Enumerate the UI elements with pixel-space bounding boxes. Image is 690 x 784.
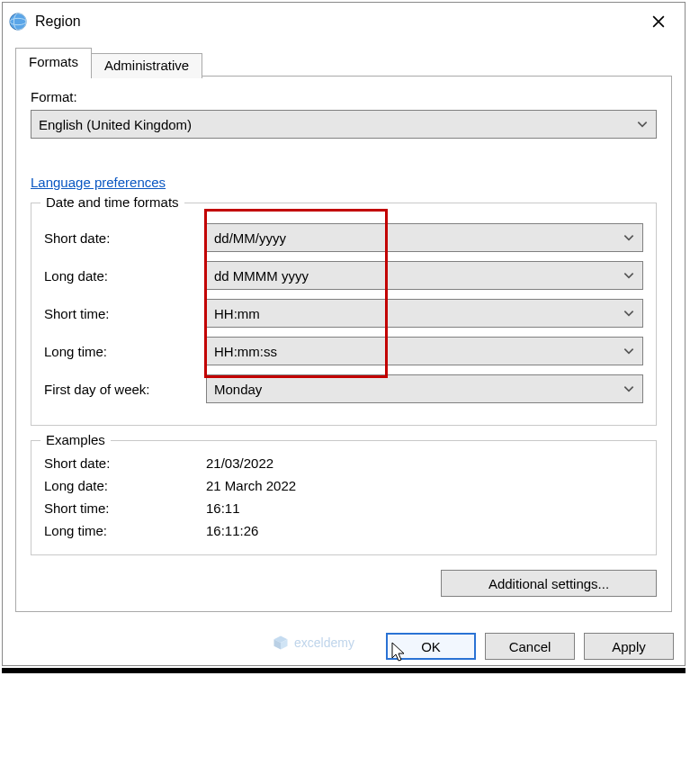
format-value: English (United Kingdom) (39, 117, 192, 132)
formats-panel: Format: English (United Kingdom) Languag… (15, 76, 672, 612)
close-button[interactable] (638, 6, 679, 37)
watermark: exceldemy (273, 635, 354, 651)
tab-administrative[interactable]: Administrative (91, 53, 202, 78)
ex-short-time-label: Short time: (44, 500, 206, 516)
globe-icon (8, 12, 28, 32)
long-date-label: Long date: (44, 268, 206, 284)
cancel-button[interactable]: Cancel (485, 633, 575, 660)
long-time-value: HH:mm:ss (214, 344, 277, 359)
cursor-icon (391, 642, 409, 663)
close-icon (652, 15, 665, 28)
dialog-button-bar: exceldemy OK Cancel Apply (3, 624, 685, 665)
first-day-select[interactable]: Monday (206, 374, 643, 403)
additional-settings-button[interactable]: Additional settings... (441, 570, 657, 597)
short-date-select[interactable]: dd/MM/yyyy (206, 223, 643, 252)
apply-button[interactable]: Apply (584, 633, 674, 660)
chevron-down-icon (636, 118, 649, 131)
titlebar: Region (3, 3, 685, 41)
examples-legend: Examples (40, 432, 111, 447)
bottom-edge (2, 668, 686, 673)
long-date-select[interactable]: dd MMMM yyyy (206, 261, 643, 290)
short-date-value: dd/MM/yyyy (214, 230, 286, 246)
first-day-value: Monday (214, 382, 262, 397)
chevron-down-icon (623, 231, 635, 244)
chevron-down-icon (623, 307, 635, 320)
long-time-select[interactable]: HH:mm:ss (206, 337, 643, 365)
short-time-label: Short time: (44, 306, 206, 321)
first-day-label: First day of week: (44, 382, 206, 397)
long-time-label: Long time: (44, 344, 206, 359)
chevron-down-icon (623, 269, 635, 282)
ex-short-date-label: Short date: (44, 455, 206, 471)
dialog-body: Formats Administrative Format: English (… (3, 41, 685, 624)
examples-group: Examples Short date: 21/03/2022 Long dat… (31, 440, 657, 555)
date-time-formats-group: Date and time formats Short date: dd/MM/… (31, 203, 657, 426)
chevron-down-icon (623, 345, 635, 357)
ex-long-time-label: Long time: (44, 523, 206, 538)
region-dialog: Region Formats Administrative Format: En… (2, 2, 686, 666)
short-time-select[interactable]: HH:mm (206, 299, 643, 328)
ex-short-time-value: 16:11 (206, 500, 643, 516)
short-time-value: HH:mm (214, 306, 260, 321)
language-preferences-link[interactable]: Language preferences (31, 175, 166, 190)
short-date-label: Short date: (44, 230, 206, 246)
tab-formats[interactable]: Formats (15, 48, 92, 77)
format-select[interactable]: English (United Kingdom) (31, 110, 657, 139)
long-date-value: dd MMMM yyyy (214, 268, 309, 284)
ex-long-time-value: 16:11:26 (206, 523, 643, 538)
ex-short-date-value: 21/03/2022 (206, 455, 643, 471)
cube-icon (273, 635, 289, 651)
ex-long-date-label: Long date: (44, 478, 206, 493)
format-label: Format: (31, 89, 657, 104)
tabstrip: Formats Administrative (15, 48, 672, 77)
window-title: Region (35, 14, 638, 30)
date-time-legend: Date and time formats (40, 194, 184, 210)
ex-long-date-value: 21 March 2022 (206, 478, 643, 493)
chevron-down-icon (623, 383, 635, 395)
